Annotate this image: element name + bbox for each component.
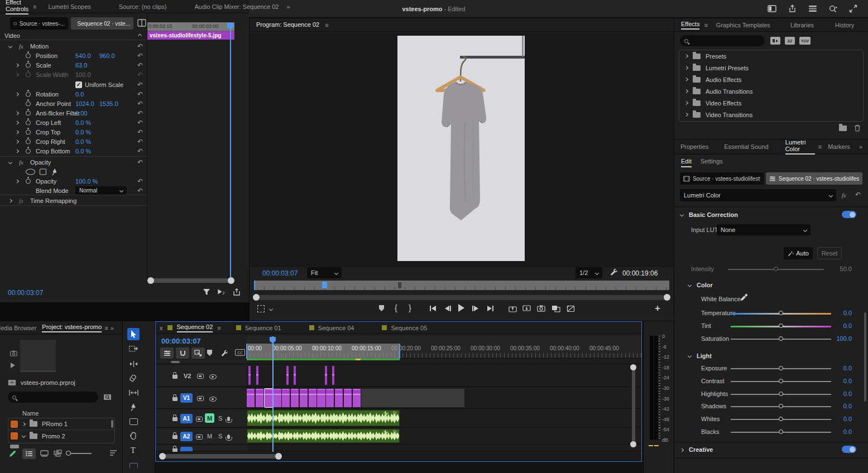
lumetri-scrollbar[interactable] (864, 312, 866, 402)
timeline-ruler[interactable]: 00:00 00:00:05:00 00:00:10:00 00:00:15:0… (246, 336, 642, 359)
comparison-view-icon[interactable] (552, 305, 560, 312)
mute-button[interactable]: M (205, 413, 214, 423)
tab-program-monitor[interactable]: Program: Sequence 02 (256, 21, 319, 29)
sync-lock-icon[interactable] (196, 416, 203, 423)
chevron-down-icon[interactable] (9, 45, 12, 47)
clip-sliver[interactable] (294, 366, 296, 385)
chevron-right-icon[interactable] (16, 180, 18, 182)
timeline-clip[interactable] (300, 389, 308, 407)
chevron-down-icon[interactable] (688, 284, 691, 287)
saturation-slider-knob[interactable] (779, 336, 783, 341)
razor-tool[interactable] (130, 375, 137, 383)
timeline-clip[interactable] (282, 389, 290, 407)
selection-tool[interactable] (127, 328, 140, 340)
stopwatch-icon[interactable] (26, 53, 31, 58)
timeline-clip[interactable] (247, 389, 255, 407)
timeline-clip[interactable] (309, 389, 316, 407)
lumetri-effect-select[interactable]: Lumetri Color (680, 189, 836, 201)
reset-parameter-icon[interactable]: ↶ (137, 81, 143, 88)
clip-sliver[interactable] (286, 366, 289, 385)
temperature-slider-knob[interactable] (779, 311, 783, 315)
chevron-right-icon[interactable] (16, 121, 18, 124)
bin-row-promo2[interactable]: Promo 2 (8, 430, 114, 442)
timeline-hscroll-left-handle[interactable] (159, 453, 166, 460)
crop-top-value[interactable]: 0.0 % (75, 129, 91, 136)
panel-menu-icon[interactable]: ≡ (217, 325, 220, 331)
antiflicker-value[interactable]: 0.00 (75, 110, 87, 117)
effects-bin-video-transitions[interactable]: Video Transitions (679, 109, 863, 120)
solo-button[interactable]: S (218, 433, 222, 440)
tab-audio-clip-mixer[interactable]: Audio Clip Mixer: Sequence 02 (194, 3, 279, 10)
chevron-down-icon[interactable] (270, 308, 272, 311)
ec-scrollbar-left-handle[interactable] (147, 277, 154, 284)
thumbnail-zoom-knob[interactable] (66, 451, 71, 456)
workspaces-icon[interactable] (808, 6, 817, 12)
program-timecode[interactable]: 00:00:03:07 (262, 269, 298, 277)
multi-camera-icon[interactable] (567, 305, 575, 312)
playback-resolution-select[interactable]: 1/2 (576, 267, 602, 278)
effects-bin-lumetri-presets[interactable]: Lumetri Presets (679, 62, 863, 74)
anchor-y-value[interactable]: 1535.0 (99, 100, 118, 107)
add-marker-button[interactable] (207, 350, 212, 357)
close-sequence-icon[interactable]: x (160, 325, 163, 331)
mark-out-button[interactable]: } (409, 303, 411, 312)
crop-bottom-value[interactable]: 0.0 % (75, 148, 91, 155)
crop-left-value[interactable]: 0.0 % (75, 119, 91, 126)
project-file-row[interactable]: vstees-promo.prproj (8, 379, 75, 386)
panel-menu-icon[interactable]: ≡ (704, 22, 707, 28)
pen-tool[interactable] (130, 403, 137, 411)
reset-parameter-icon[interactable]: ↶ (137, 52, 143, 59)
ec-scrollbar-right-handle[interactable] (228, 277, 234, 284)
track-v2-content[interactable] (246, 365, 641, 387)
panel-menu-icon[interactable]: ≡ (325, 22, 328, 28)
opacity-value[interactable]: 100.0 % (75, 178, 98, 185)
filter-properties-icon[interactable] (203, 288, 210, 296)
program-scrollbar-right-handle[interactable] (664, 294, 670, 301)
chevron-down-icon[interactable] (688, 355, 691, 358)
tab-sequence-01[interactable]: Sequence 01 (245, 325, 281, 331)
tab-properties[interactable]: Properties (680, 143, 708, 150)
light-section-header[interactable]: Light (697, 353, 712, 359)
creative-section-header[interactable]: Creative (689, 446, 713, 453)
collapse-section-icon[interactable] (138, 34, 141, 37)
label-color-swatch[interactable] (11, 421, 18, 428)
tab-overflow-icon[interactable]: » (286, 3, 290, 10)
tab-overflow-icon[interactable]: » (111, 325, 114, 331)
type-tool[interactable]: T (131, 446, 136, 455)
track-a3-content[interactable] (246, 445, 641, 451)
mark-in-button[interactable]: { (395, 303, 397, 312)
lock-icon[interactable] (172, 372, 178, 380)
reset-button[interactable]: Reset (817, 247, 842, 259)
whites-slider-knob[interactable] (779, 417, 783, 421)
go-to-in-button[interactable] (430, 306, 436, 311)
position-y-value[interactable]: 960.0 (99, 52, 115, 59)
eyedropper-icon[interactable] (740, 293, 748, 301)
timeline-settings-wrench[interactable] (220, 349, 228, 356)
stopwatch-icon[interactable] (26, 62, 31, 67)
ec-scrollbar[interactable] (152, 278, 230, 283)
export-icon[interactable] (233, 288, 241, 296)
timeline-clip[interactable] (273, 389, 281, 407)
input-lut-select[interactable]: None (717, 224, 811, 235)
export-frame-camera-icon[interactable] (537, 305, 545, 312)
tab-libraries[interactable]: Libraries (790, 22, 814, 28)
panel-menu-icon[interactable]: ≡ (33, 3, 36, 10)
scale-value[interactable]: 63.0 (75, 62, 87, 69)
tab-lumetri-scopes[interactable]: Lumetri Scopes (48, 3, 90, 10)
sync-lock-icon[interactable] (196, 434, 203, 441)
ripple-edit-tool[interactable] (129, 360, 138, 368)
stopwatch-icon[interactable] (26, 91, 31, 96)
track-select-forward-tool[interactable] (129, 346, 138, 353)
audio-keyframe-icon[interactable] (383, 411, 389, 416)
stopwatch-icon[interactable] (26, 129, 31, 134)
blacks-slider-knob[interactable] (779, 429, 783, 434)
reset-parameter-icon[interactable]: ↶ (137, 129, 143, 136)
timeline-hscroll-right-handle[interactable] (275, 453, 282, 460)
effects-bin-presets[interactable]: Presets (679, 50, 863, 62)
tab-history[interactable]: History (835, 22, 854, 28)
solo-button[interactable]: S (218, 415, 222, 422)
tab-effects[interactable]: Effects (681, 21, 699, 30)
lock-icon[interactable] (172, 414, 178, 422)
lumetri-subtab-edit[interactable]: Edit (681, 158, 692, 167)
auto-button[interactable]: Auto (784, 247, 813, 259)
